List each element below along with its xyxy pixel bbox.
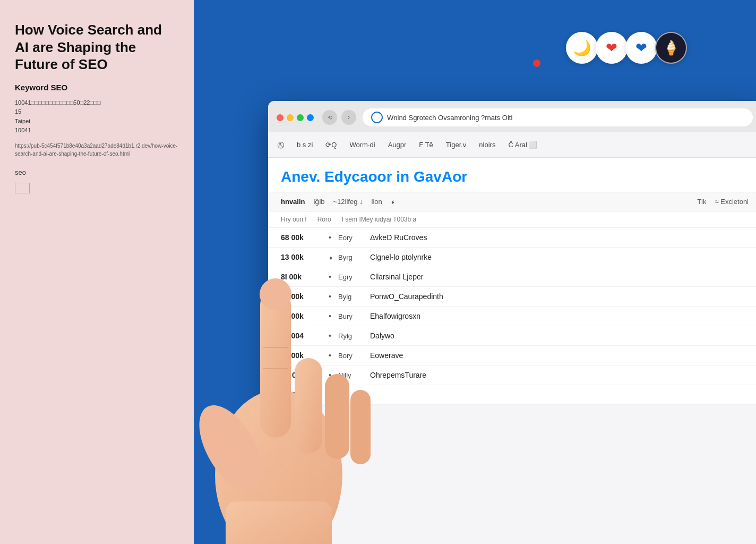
address-text: Wnind Sgrotech Ovsamroning ?rnats Oitl [387,114,512,122]
row-name: Eory [338,234,370,242]
meta-text: 10041□□□□□□□□□□□□50□22□□□ 15 Taipei 1004… [15,98,179,135]
sh-hry: Hry oun Ī [281,216,307,223]
row-desc: Cllarsinal Ljeper [370,273,749,281]
table-row: 82 00k • Bury Ehalfowigrosxn [268,307,756,326]
row-dot: • [329,312,338,320]
brand-icon-1: 🌙 [566,32,598,64]
table-row: 13 00k ⬧ Byrg Clgnel-lo ptolynrke [268,248,756,267]
sh-isem: I sem IMey iudyai T003b a [342,216,417,223]
left-panel: How Voice Search and AI are Shaping the … [0,0,194,544]
row-dot: • [329,233,338,242]
row-number: 8I 00k [281,273,329,281]
table-row: 8F 00k • [268,385,756,405]
row-number: 8F 00k [281,390,329,399]
row-dot: • [329,390,338,399]
brand-icon-3: ❤ [625,32,657,64]
th-tlk: Tlk [697,198,706,206]
row-dot: ⬧ [329,253,338,261]
data-section: hnvalin lg̃lb ~12lifeg ↓ lion ⬧̃ Tlk ≈ E… [268,192,756,405]
row-dot: • [329,351,338,360]
row-number: 13 00k [281,253,329,261]
nav-item-te[interactable]: F Tē [418,139,434,151]
table-row: 68 00k • Eory ΔvkeD RuCroves [268,228,756,248]
th-lgtb: lg̃lb [314,198,325,206]
row-number: 82 00k [281,312,329,320]
browser-nav: ⎋ b s zi ⟳Q Worm·di Augpr F Tē Tiger.v n… [268,132,756,158]
nav-item-2[interactable]: ⟳Q [324,139,338,151]
article-url[interactable]: https://pub-5c454f571b8e40a3a2aad27ade84… [15,142,179,158]
nav-item-nloirs[interactable]: nloirs [478,139,496,151]
row-desc: Ehalfowigrosxn [370,312,749,320]
nav-item-worm[interactable]: Worm·di [348,139,376,151]
nav-item-aral[interactable]: Č Aral ⬜ [507,139,538,151]
forward-button[interactable]: › [341,110,356,125]
th-hnvalin: hnvalin [281,198,305,206]
meta-line2: 15 [15,108,21,115]
sub-header: Hry oun Ī Roro I sem IMey iudyai T003b a [268,211,756,228]
brand-icons: 🌙 ❤ ❤ 🍦 [566,32,687,64]
minimize-button[interactable] [287,114,294,121]
row-desc: PonwO_Caurapedinth [370,292,749,301]
row-dot: • [329,273,338,281]
table-row: S0 00k • Nilly OhrepemsTurare [268,366,756,385]
right-panel: 🌙 ❤ ❤ 🍦 ⟲ › W [194,0,756,544]
meta-line1: 10041□□□□□□□□□□□□50□22□□□ [15,99,100,106]
th-12lifeg[interactable]: ~12lifeg ↓ [333,198,363,206]
address-bar[interactable]: Wnind Sgrotech Ovsamroning ?rnats Oitl [363,108,753,126]
meta-line3: Taipei [15,118,30,124]
row-desc: Clgnel-lo ptolynrke [370,253,749,261]
brand-icon-4: 🍦 [655,32,687,64]
row-desc: Dalywo [370,332,749,340]
article-title: How Voice Search and AI are Shaping the … [15,21,179,73]
row-name: Egry [338,273,370,281]
table-header: hnvalin lg̃lb ~12lifeg ↓ lion ⬧̃ Tlk ≈ E… [268,192,756,211]
nav-item-augpr[interactable]: Augpr [387,139,408,151]
back-button[interactable]: ⟲ [322,110,337,125]
row-number: 17 004 [281,332,329,340]
keyword-label: Keyword SEO [15,83,179,92]
row-desc: OhrepemsTurare [370,371,749,379]
table-row: 32 00k • Bory Eowerave [268,346,756,366]
meta-line4: 10041 [15,127,31,133]
tag-label: seo [15,168,179,176]
table-row: 8I 00k • Egry Cllarsinal Ljeper [268,267,756,287]
row-name: Bory [338,352,370,360]
browser-logo [371,112,383,123]
browser-window: ⟲ › Wnind Sgrotech Ovsamroning ?rnats Oi… [268,101,756,544]
page-header: Anev. Edycaoor in GavAor [268,158,756,192]
nav-item-tiger[interactable]: Tiger.v [445,139,468,151]
row-name: Rylg [338,332,370,340]
svg-point-6 [194,395,276,502]
row-dot: • [329,292,338,301]
th-excietoni: ≈ Excietoni [715,198,749,206]
browser-chrome: ⟲ › Wnind Sgrotech Ovsamroning ?rnats Oi… [268,101,756,132]
row-name: Nilly [338,371,370,379]
nav-controls: ⟲ › [322,110,356,125]
row-name: Bylg [338,293,370,301]
th-arrow: ⬧̃ [391,198,395,206]
row-number: 32 00k [281,351,329,360]
table-row: 17 004 • Rylg Dalywo [268,326,756,346]
row-number: S0 00k [281,371,329,379]
page-title-text: Anev. Edycaoor in GavAor [281,168,467,185]
row-name: Bury [338,312,370,320]
nav-item-1[interactable]: b s zi [296,139,314,151]
row-dot: • [329,371,338,379]
sh-roro: Roro [317,216,331,223]
row-name: Byrg [338,253,370,261]
page-title: Anev. Edycaoor in GavAor [281,168,749,185]
table-row: 80 00k • Bylg PonwO_Caurapedinth [268,287,756,307]
notification-dot [533,60,540,67]
row-desc: ΔvkeD RuCroves [370,233,749,242]
nav-item-0[interactable]: ⎋ [277,137,285,153]
row-number: 68 00k [281,233,329,242]
row-desc: Eowerave [370,351,749,360]
row-dot: • [329,332,338,340]
maximize-button[interactable] [297,114,304,121]
th-lion: lion [372,198,382,206]
extra-button[interactable] [307,114,314,121]
traffic-lights [277,114,314,121]
close-button[interactable] [277,114,284,121]
brand-icon-2: ❤ [596,32,628,64]
tag-box [15,183,30,193]
